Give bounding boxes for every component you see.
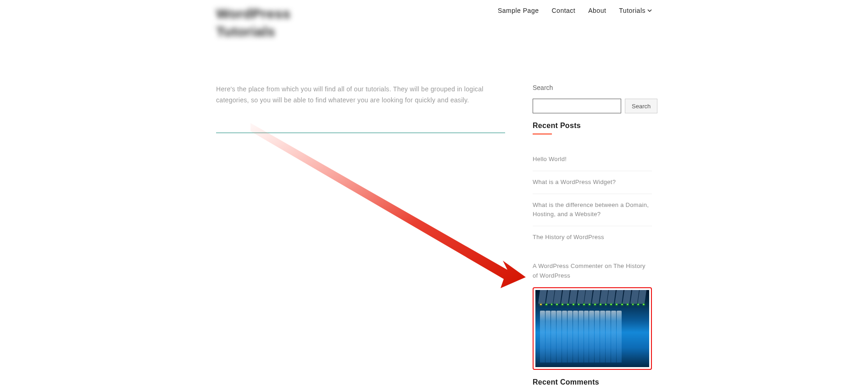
nav-tutorials[interactable]: Tutorials (619, 7, 652, 14)
nav-tutorials-label: Tutorials (619, 7, 645, 14)
main-content: Here's the place from which you will fin… (216, 40, 505, 385)
search-input[interactable] (533, 99, 621, 113)
post-link[interactable]: What is the difference between a Domain,… (533, 194, 652, 227)
widget-image-highlight (533, 287, 652, 370)
nav-sample-page[interactable]: Sample Page (498, 7, 539, 14)
search-label: Search (533, 84, 652, 91)
nav-about[interactable]: About (588, 7, 606, 14)
post-link[interactable]: Hello World! (533, 148, 652, 171)
sidebar: Search Search Recent Posts Hello World! … (533, 40, 652, 385)
main-nav: Sample Page Contact About Tutorials (498, 5, 652, 14)
page-title: WordPress Tutorials (216, 5, 322, 40)
recent-comments-heading: Recent Comments (533, 378, 652, 385)
recent-posts-heading: Recent Posts (533, 122, 652, 130)
image-cables (535, 290, 649, 304)
content-divider (216, 133, 505, 133)
intro-paragraph: Here's the place from which you will fin… (216, 84, 505, 106)
recent-posts-list: Hello World! What is a WordPress Widget?… (533, 148, 652, 249)
recent-comment[interactable]: A WordPress Commenter on The History of … (533, 258, 652, 287)
chevron-down-icon (647, 8, 652, 13)
image-leds (540, 304, 645, 305)
server-rack-image (535, 290, 649, 367)
image-racks (540, 311, 622, 363)
post-link[interactable]: The History of WordPress (533, 226, 652, 249)
search-button[interactable]: Search (625, 99, 657, 113)
post-link[interactable]: What is a WordPress Widget? (533, 171, 652, 194)
heading-underline (533, 134, 552, 134)
nav-contact[interactable]: Contact (551, 7, 575, 14)
